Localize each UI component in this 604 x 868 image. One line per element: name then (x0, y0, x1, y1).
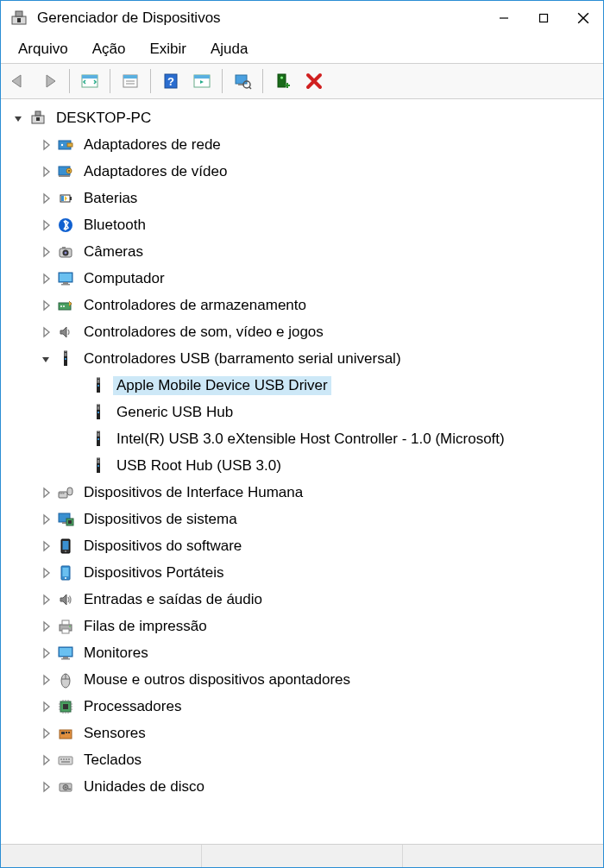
svg-rect-44 (61, 284, 70, 286)
scan-hardware-button[interactable] (229, 67, 256, 95)
expand-icon[interactable] (39, 218, 53, 232)
toolbar-separator (222, 69, 223, 93)
expand-icon[interactable] (39, 245, 53, 259)
tree-item-label: Bluetooth (80, 216, 149, 235)
minimize-button[interactable] (484, 1, 524, 35)
tree-item[interactable]: Monitores (4, 639, 600, 666)
svg-rect-89 (63, 657, 68, 658)
action-pane-button[interactable] (188, 67, 216, 95)
svg-rect-72 (67, 487, 72, 495)
show-hide-tree-button[interactable] (76, 67, 104, 95)
tree-item[interactable]: Controladores de som, vídeo e jogos (4, 318, 600, 345)
tree-item[interactable]: Computador (4, 265, 600, 292)
tree-item[interactable]: Processadores (4, 693, 600, 720)
svg-rect-81 (63, 568, 69, 576)
expand-icon[interactable] (39, 513, 53, 526)
expand-icon[interactable] (39, 299, 53, 312)
expand-icon[interactable] (39, 780, 53, 794)
svg-point-32 (68, 170, 70, 172)
tree-item[interactable]: Dispositivos do software (4, 532, 600, 559)
tree-item-label: Mouse e outros dispositivos apontadores (80, 670, 354, 689)
expand-icon[interactable] (39, 620, 53, 633)
tree-item[interactable]: Generic USB Hub (4, 399, 600, 425)
expand-icon[interactable] (39, 646, 53, 660)
svg-point-79 (65, 550, 66, 552)
disable-device-button[interactable] (300, 67, 328, 95)
tree-item[interactable]: Controladores de armazenamento (4, 292, 600, 318)
window-frame: Gerenciador de Dispositivos Arquivo Ação… (0, 0, 604, 868)
monitor-icon (56, 269, 75, 288)
svg-rect-76 (68, 520, 72, 524)
forward-button[interactable] (35, 67, 63, 95)
tree-item[interactable]: Adaptadores de vídeo (4, 158, 600, 185)
tree-item[interactable]: USB Root Hub (USB 3.0) (4, 452, 600, 479)
help-button[interactable]: ? (157, 67, 185, 95)
toolbar-separator (69, 69, 70, 93)
collapse-icon[interactable] (11, 111, 25, 125)
svg-point-86 (69, 626, 71, 627)
tree-item-label: Processadores (80, 697, 185, 716)
tree-item[interactable]: Baterias (4, 185, 600, 211)
expand-icon[interactable] (39, 325, 53, 339)
tree-item[interactable]: Câmeras (4, 238, 600, 265)
expand-icon[interactable] (39, 566, 53, 580)
monitor-icon (56, 644, 75, 663)
expand-icon[interactable] (39, 726, 53, 740)
audio-io-icon (56, 590, 75, 609)
tree-item-label: Câmeras (80, 242, 147, 261)
svg-rect-62 (97, 437, 100, 446)
expand-icon[interactable] (39, 753, 53, 767)
svg-rect-54 (97, 383, 100, 393)
expand-icon[interactable] (39, 165, 53, 179)
expand-icon[interactable] (39, 192, 53, 205)
tree-item[interactable]: Adaptadores de rede (4, 131, 600, 158)
expand-icon[interactable] (39, 486, 53, 500)
device-tree[interactable]: DESKTOP-PC Adaptadores de rede Adaptador… (1, 99, 603, 844)
expand-icon[interactable] (39, 673, 53, 687)
tree-item[interactable]: Bluetooth (4, 211, 600, 238)
app-icon (9, 9, 28, 28)
tree-item[interactable]: Entradas e saídas de áudio (4, 586, 600, 613)
expand-icon[interactable] (39, 539, 53, 553)
menu-exibir[interactable]: Exibir (137, 37, 198, 61)
expand-icon[interactable] (39, 138, 53, 152)
svg-rect-58 (97, 410, 100, 419)
expand-icon[interactable] (39, 700, 53, 714)
battery-icon (56, 189, 75, 208)
tree-item[interactable]: Sensores (4, 720, 600, 746)
maximize-button[interactable] (524, 1, 563, 35)
menu-ajuda[interactable]: Ajuda (198, 37, 260, 61)
tree-item[interactable]: Teclados (4, 746, 600, 773)
window-title: Gerenciador de Dispositivos (37, 9, 484, 27)
menu-acao[interactable]: Ação (80, 37, 138, 61)
tree-item[interactable]: Filas de impressão (4, 613, 600, 639)
tree-item[interactable]: Dispositivos de sistema (4, 506, 600, 532)
tree-item[interactable]: Dispositivos de Interface Humana (4, 479, 600, 506)
back-button[interactable] (4, 67, 32, 95)
expand-icon[interactable] (39, 593, 53, 607)
collapse-icon[interactable] (39, 352, 53, 366)
tree-item[interactable]: Dispositivos Portáteis (4, 559, 600, 586)
svg-rect-1 (16, 11, 22, 16)
hid-icon (56, 483, 75, 502)
tree-item[interactable]: Controladores USB (barramento serial uni… (4, 345, 600, 372)
mouse-icon (56, 670, 75, 689)
tree-item[interactable]: Mouse e outros dispositivos apontadores (4, 666, 600, 693)
svg-rect-112 (59, 757, 72, 764)
svg-rect-49 (65, 352, 66, 353)
svg-rect-21 (278, 74, 286, 87)
tree-item[interactable]: Intel(R) USB 3.0 eXtensible Host Control… (4, 425, 600, 452)
properties-button[interactable] (116, 67, 144, 95)
toolbar-separator (150, 69, 151, 93)
menu-arquivo[interactable]: Arquivo (6, 37, 80, 61)
svg-rect-4 (540, 15, 548, 22)
tree-item[interactable]: Unidades de disco (4, 773, 600, 800)
svg-rect-57 (98, 406, 99, 406)
tree-item[interactable]: DESKTOP-PC (4, 104, 600, 131)
close-button[interactable] (563, 1, 603, 35)
tree-item[interactable]: Apple Mobile Device USB Driver (4, 372, 600, 399)
tree-item-label: Teclados (80, 751, 145, 770)
svg-text:?: ? (167, 75, 174, 88)
enable-device-button[interactable] (269, 67, 297, 95)
expand-icon[interactable] (39, 272, 53, 286)
